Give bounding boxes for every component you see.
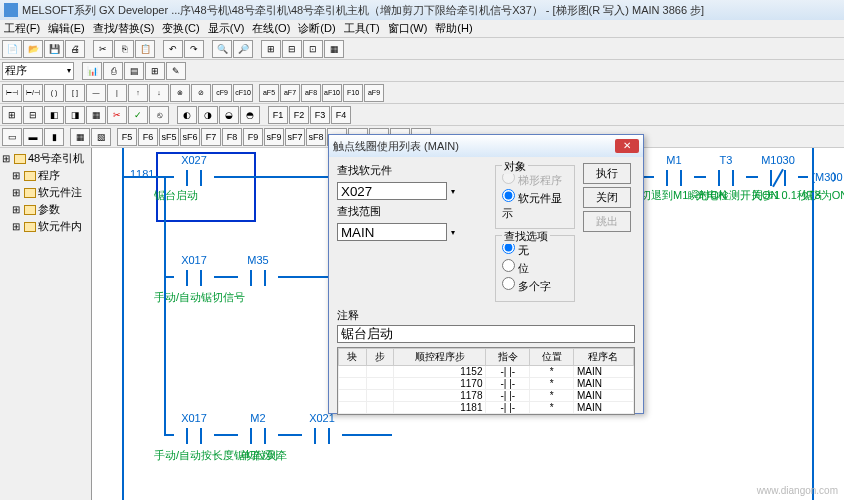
tb5-f[interactable]: F5 (117, 128, 137, 146)
menu-diagnostics[interactable]: 诊断(D) (298, 21, 335, 36)
tb5-o[interactable]: sF8 (306, 128, 326, 146)
dialog-titlebar[interactable]: 触点线圈使用列表 (MAIN) ✕ (329, 135, 643, 157)
tb5-j[interactable]: F7 (201, 128, 221, 146)
coil-m300[interactable]: (M300 锯片 (808, 168, 844, 188)
grid-row[interactable]: 1170-| |-*MAIN (339, 378, 634, 390)
tb5-m[interactable]: sF9 (264, 128, 284, 146)
tb4-o[interactable]: F3 (310, 106, 330, 124)
tb4-l[interactable]: ◓ (240, 106, 260, 124)
tb5-l[interactable]: F9 (243, 128, 263, 146)
tb4-d[interactable]: ◨ (65, 106, 85, 124)
tb5-e[interactable]: ▧ (91, 128, 111, 146)
open-icon[interactable]: 📂 (23, 40, 43, 58)
tb5-i[interactable]: sF6 (180, 128, 200, 146)
grid-row[interactable]: 1178-| |-*MAIN (339, 390, 634, 402)
contact-m1030[interactable]: M1030 同步1 (758, 168, 798, 188)
cut-icon[interactable]: ✂ (93, 40, 113, 58)
btn-a[interactable]: ⊞ (261, 40, 281, 58)
tb4-k[interactable]: ◒ (219, 106, 239, 124)
print-icon[interactable]: 🖨 (65, 40, 85, 58)
tb4-i[interactable]: ◐ (177, 106, 197, 124)
contact-x017[interactable]: X017 (174, 268, 214, 288)
contact-m2[interactable]: M2 (238, 426, 278, 446)
sf5-icon[interactable]: | (107, 84, 127, 102)
execute-button[interactable]: 执行 (583, 163, 631, 184)
menu-window[interactable]: 窗口(W) (388, 21, 428, 36)
program-combo[interactable]: 程序 (2, 62, 74, 80)
tb2-e[interactable]: ✎ (166, 62, 186, 80)
comment-input[interactable] (337, 325, 635, 343)
paste-icon[interactable]: 📋 (135, 40, 155, 58)
tb4-m[interactable]: F1 (268, 106, 288, 124)
contact-t3[interactable]: T3 光电检测开关ON 0.1秒T3为ON (706, 168, 746, 188)
menu-project[interactable]: 工程(F) (4, 21, 40, 36)
sf7-icon[interactable]: ↓ (149, 84, 169, 102)
af8-icon[interactable]: aF8 (301, 84, 321, 102)
menu-view[interactable]: 显示(V) (208, 21, 245, 36)
grid-row[interactable]: 1152-| |-*MAIN (339, 366, 634, 378)
f8-icon[interactable]: [ ] (65, 84, 85, 102)
close-icon[interactable]: ✕ (615, 139, 639, 153)
tb5-d[interactable]: ▦ (70, 128, 90, 146)
contact-x017b[interactable]: X017 (174, 426, 214, 446)
tree-device-mem[interactable]: 软元件内 (2, 218, 89, 235)
tb5-n[interactable]: sF7 (285, 128, 305, 146)
f7-icon[interactable]: ( ) (44, 84, 64, 102)
tb4-f[interactable]: ✂ (107, 106, 127, 124)
zoom-in-icon[interactable]: 🔍 (212, 40, 232, 58)
menu-tools[interactable]: 工具(T) (344, 21, 380, 36)
tb4-p[interactable]: F4 (331, 106, 351, 124)
f5-icon[interactable]: ⊢⊣ (2, 84, 22, 102)
range-input[interactable] (337, 223, 447, 241)
af9-icon[interactable]: aF9 (364, 84, 384, 102)
zoom-out-icon[interactable]: 🔎 (233, 40, 253, 58)
sf8-icon[interactable]: ⊗ (170, 84, 190, 102)
close-button[interactable]: 关闭 (583, 187, 631, 208)
tree-parameter[interactable]: 参数 (2, 201, 89, 218)
menu-search[interactable]: 查找/替换(S) (93, 21, 155, 36)
undo-icon[interactable]: ↶ (163, 40, 183, 58)
tb4-c[interactable]: ◧ (44, 106, 64, 124)
af7-icon[interactable]: aF7 (280, 84, 300, 102)
f10-icon[interactable]: F10 (343, 84, 363, 102)
f6-icon[interactable]: ⊢/⊣ (23, 84, 43, 102)
sf9-icon[interactable]: ⊘ (191, 84, 211, 102)
contact-x027[interactable]: X027 锯台启动 (174, 168, 214, 188)
tb5-h[interactable]: sF5 (159, 128, 179, 146)
btn-b[interactable]: ⊟ (282, 40, 302, 58)
contact-m1[interactable]: M1 切退到M1瞬时ON (654, 168, 694, 188)
tree-program[interactable]: 程序 (2, 167, 89, 184)
btn-d[interactable]: ▦ (324, 40, 344, 58)
tb2-a[interactable]: 📊 (82, 62, 102, 80)
tb4-g[interactable]: ✓ (128, 106, 148, 124)
tb4-b[interactable]: ⊟ (23, 106, 43, 124)
tb2-d[interactable]: ⊞ (145, 62, 165, 80)
find-input[interactable] (337, 182, 447, 200)
btn-c[interactable]: ⊡ (303, 40, 323, 58)
af5-icon[interactable]: aF5 (259, 84, 279, 102)
tb2-b[interactable]: ⎙ (103, 62, 123, 80)
grid-row[interactable]: 1181-| |-*MAIN (339, 402, 634, 414)
tb5-b[interactable]: ▬ (23, 128, 43, 146)
copy-icon[interactable]: ⎘ (114, 40, 134, 58)
tb4-h[interactable]: ⎋ (149, 106, 169, 124)
tb5-g[interactable]: F6 (138, 128, 158, 146)
contact-x021[interactable]: X021 (302, 426, 342, 446)
contact-m35[interactable]: M35 (238, 268, 278, 288)
tree-device-comment[interactable]: 软元件注 (2, 184, 89, 201)
menu-help[interactable]: 帮助(H) (435, 21, 472, 36)
cf10-icon[interactable]: cF10 (233, 84, 253, 102)
sf6-icon[interactable]: ↑ (128, 84, 148, 102)
tb5-k[interactable]: F8 (222, 128, 242, 146)
tb4-a[interactable]: ⊞ (2, 106, 22, 124)
tb5-c[interactable]: ▮ (44, 128, 64, 146)
new-icon[interactable]: 📄 (2, 40, 22, 58)
menu-edit[interactable]: 编辑(E) (48, 21, 85, 36)
tb2-c[interactable]: ▤ (124, 62, 144, 80)
tb5-a[interactable]: ▭ (2, 128, 22, 146)
opt-device[interactable]: 软元件显示 (502, 189, 568, 221)
opt-bit[interactable]: 位 (502, 259, 568, 276)
tb4-n[interactable]: F2 (289, 106, 309, 124)
redo-icon[interactable]: ↷ (184, 40, 204, 58)
tb4-e[interactable]: ▦ (86, 106, 106, 124)
